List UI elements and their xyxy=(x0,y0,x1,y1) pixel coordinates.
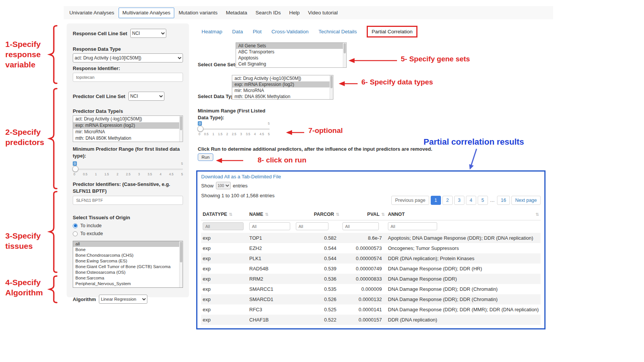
nav-item[interactable]: Video tutorial xyxy=(304,7,342,18)
page-button[interactable]: 16 xyxy=(497,196,510,205)
column-header[interactable]: NAME⇅ xyxy=(248,209,294,220)
nav-item[interactable]: Univariate Analyses xyxy=(65,7,119,18)
cell-pval: 0.000009 xyxy=(341,284,386,294)
scrollbar-thumb[interactable] xyxy=(344,43,346,53)
predictor-identifiers-input[interactable] xyxy=(73,196,183,205)
sort-icon[interactable]: ⇅ xyxy=(229,212,233,217)
slider-handle[interactable] xyxy=(72,166,78,172)
nav-item[interactable]: Metadata xyxy=(222,7,251,18)
download-link[interactable]: Download All as a Tab-Delimited File xyxy=(201,174,281,179)
nav-item[interactable]: Mutation variants xyxy=(174,7,222,18)
listbox-option[interactable]: exp: mRNA Expression (log2) xyxy=(232,81,333,87)
table-row[interactable]: exp RAD54B 0.539 0.00000749 DNA Damage R… xyxy=(201,264,541,274)
listbox-option[interactable]: Bone xyxy=(73,247,183,253)
column-header[interactable]: PVAL⇅ xyxy=(341,209,386,220)
tab[interactable]: Technical Details xyxy=(319,29,357,34)
table-row[interactable]: exp TOP1 0.582 8.6e-7 Apoptosis; DNA Dam… xyxy=(201,233,541,243)
predictor-data-types-listbox[interactable]: act: Drug Activity (-log10[IC50M])exp: m… xyxy=(73,115,183,142)
listbox-option[interactable]: Bone:Ewing Sarcoma (ES) xyxy=(73,258,183,264)
listbox-option[interactable]: All Gene Sets xyxy=(236,43,346,49)
tab[interactable]: Cross-Validation xyxy=(272,29,309,34)
column-header[interactable]: DATATYPE⇅ xyxy=(201,209,248,220)
table-row[interactable]: exp CHAF1B 0.522 0.0000157 DDR (DNA repl… xyxy=(201,315,541,325)
listbox-option[interactable]: act: Drug Activity (-log10[IC50M]) xyxy=(73,116,183,122)
page-button[interactable]: 3 xyxy=(454,196,464,205)
scrollbar[interactable] xyxy=(179,241,183,287)
min-range-slider[interactable]: 0 5 00.511.522.533.544.55 xyxy=(198,121,270,137)
tab[interactable]: Data xyxy=(232,29,243,34)
response-identifier-input[interactable] xyxy=(73,73,183,82)
tab[interactable]: Partial Correlation xyxy=(367,26,417,37)
sort-icon[interactable]: ⇅ xyxy=(381,212,385,217)
gene-sets-listbox[interactable]: All Gene SetsABC TransportersApoptosisCe… xyxy=(236,42,347,68)
sort-icon[interactable]: ⇅ xyxy=(265,212,269,217)
page-button[interactable]: 2 xyxy=(442,196,453,205)
listbox-option[interactable]: mth: DNA 850K Methylation xyxy=(73,135,183,142)
listbox-option[interactable]: Cell Signaling xyxy=(236,61,346,67)
table-row[interactable]: exp RFC3 0.525 0.0000141 DNA Damage Resp… xyxy=(201,304,541,315)
scrollbar[interactable] xyxy=(343,43,346,67)
nav-item[interactable]: Help xyxy=(285,7,304,18)
column-header-label: DATATYPE xyxy=(203,212,227,217)
listbox-option[interactable]: Bone:Giant Cell Tumor of Bone (GCTB) Sar… xyxy=(73,264,183,270)
tab[interactable]: Heatmap xyxy=(202,29,222,34)
table-row[interactable]: exp EZH2 0.544 0.00000573 Oncogenes; Tum… xyxy=(201,243,541,253)
listbox-option[interactable]: ABC Transporters xyxy=(236,49,346,55)
algorithm-select[interactable]: Linear Regression xyxy=(99,295,147,304)
table-row[interactable]: exp SMARCC1 0.535 0.000009 DNA Damage Re… xyxy=(201,284,541,294)
tissue-radio[interactable]: To include xyxy=(73,223,183,228)
listbox-option[interactable]: Bone:Sarcoma xyxy=(73,275,183,281)
page-button[interactable]: Previous page xyxy=(391,196,429,205)
predictor-cell-line-set-select[interactable]: NCI xyxy=(128,92,164,101)
tissue-radio[interactable]: To exclude xyxy=(73,231,183,236)
nav-item[interactable]: Multivariate Analyses xyxy=(119,8,175,18)
listbox-option[interactable]: Apoptosis xyxy=(236,55,346,61)
scrollbar-thumb[interactable] xyxy=(330,76,333,88)
page-button[interactable]: 5 xyxy=(478,196,488,205)
column-filter-input[interactable] xyxy=(388,222,437,230)
slider-track[interactable] xyxy=(73,169,183,170)
table-row[interactable]: exp PLK1 0.544 0.00000574 DDR (DNA repli… xyxy=(201,253,541,264)
tissue-listbox[interactable]: allBoneBone:Chondrosarcoma (CHS)Bone:Ewi… xyxy=(73,241,183,288)
column-header[interactable]: ANNOT⇅ xyxy=(386,209,541,220)
column-header[interactable]: PARCOR⇅ xyxy=(294,209,341,220)
listbox-option[interactable]: act: Drug Activity (-log10[IC50M]) xyxy=(232,75,333,81)
scrollbar-thumb[interactable] xyxy=(180,116,182,130)
listbox-option[interactable]: Peripheral_Nervous_System xyxy=(73,281,183,287)
column-filter-input[interactable] xyxy=(203,222,244,230)
column-filter-input[interactable] xyxy=(296,222,328,230)
tab[interactable]: Plot xyxy=(253,29,261,34)
nav-item[interactable]: Search IDs xyxy=(251,7,285,18)
page-button[interactable]: 1 xyxy=(431,196,441,205)
listbox-option[interactable]: Bone:Chondrosarcoma (CHS) xyxy=(73,253,183,258)
scrollbar[interactable] xyxy=(179,116,183,142)
listbox-option[interactable]: Bone:Osteosarcoma (OS) xyxy=(73,270,183,275)
scrollbar-thumb[interactable] xyxy=(180,242,182,262)
column-filter-input[interactable] xyxy=(249,222,290,230)
column-filter-input[interactable] xyxy=(342,222,379,230)
sort-icon[interactable]: ⇅ xyxy=(536,212,539,217)
sort-icon[interactable]: ⇅ xyxy=(336,212,339,217)
slider-track[interactable] xyxy=(198,128,270,130)
listbox-option[interactable]: mth: DNA 850K Methylation xyxy=(232,94,333,100)
page-button[interactable]: Next page xyxy=(511,196,541,205)
cell-parcor: 0.525 xyxy=(294,304,341,315)
run-button[interactable]: Run xyxy=(198,153,213,161)
page-button[interactable]: … xyxy=(489,196,496,204)
entries-select[interactable]: 100 xyxy=(216,182,231,189)
listbox-option[interactable]: exp: mRNA Expression (log2) xyxy=(73,122,183,129)
data-types-listbox[interactable]: act: Drug Activity (-log10[IC50M])exp: m… xyxy=(232,75,333,100)
listbox-option[interactable]: mir: MicroRNA xyxy=(73,129,183,135)
listbox-option[interactable]: mir: MicroRNA xyxy=(232,87,333,94)
response-cell-line-set-select[interactable]: NCI xyxy=(130,29,166,38)
table-row[interactable]: exp RRM2 0.536 0.00000833 DNA Damage Res… xyxy=(201,274,541,284)
slider-handle[interactable] xyxy=(197,126,203,132)
min-predictor-range-slider[interactable]: 0 5 00.511.522.533.544.55 xyxy=(73,161,183,177)
page-button[interactable]: 4 xyxy=(466,196,476,205)
table-row[interactable]: exp SMARCD1 0.526 0.0000132 DNA Damage R… xyxy=(201,294,541,304)
scrollbar[interactable] xyxy=(330,75,333,99)
response-data-type-select[interactable]: act: Drug Activity (-log10[IC50M]) xyxy=(73,53,183,62)
cell-annot: DDR (DNA replication); Protein Kinases xyxy=(386,253,541,264)
listbox-options: All Gene SetsABC TransportersApoptosisCe… xyxy=(236,43,346,67)
listbox-option[interactable]: all xyxy=(73,241,183,247)
